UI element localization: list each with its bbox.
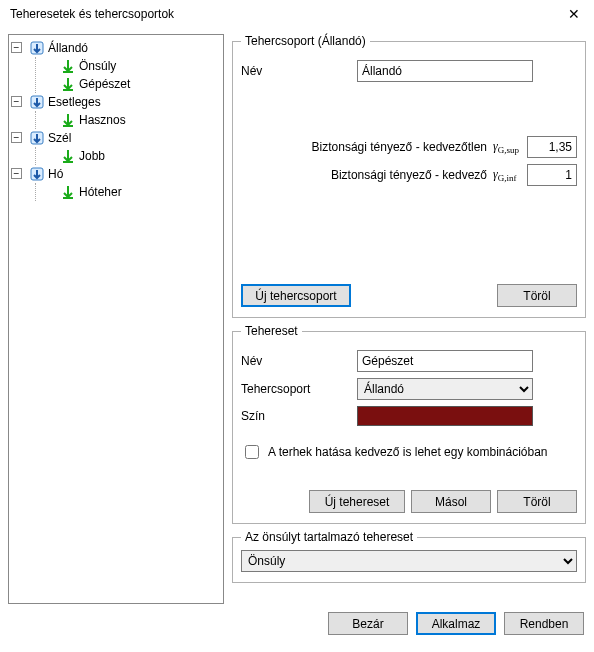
- group-legend: Tehercsoport (Állandó): [241, 34, 370, 48]
- tree-item[interactable]: Önsúly: [42, 57, 221, 75]
- ok-button[interactable]: Rendben: [504, 612, 584, 635]
- gamma-sup-label: Biztonsági tényező - kedvezőtlen: [241, 140, 493, 154]
- gamma-inf-label: Biztonsági tényező - kedvező: [241, 168, 493, 182]
- gamma-sup-symbol: γG,sup: [493, 139, 527, 155]
- tree-item[interactable]: Hasznos: [42, 111, 221, 129]
- arrow-down-group-icon: [29, 94, 45, 110]
- expand-toggle[interactable]: −: [11, 42, 22, 53]
- dialog-footer: Bezár Alkalmaz Rendben: [0, 612, 594, 643]
- delete-case-button[interactable]: Töröl: [497, 490, 577, 513]
- selfweight-fieldset: Az önsúlyt tartalmazó tehereset ÖnsúlyGé…: [232, 530, 586, 583]
- tree-group[interactable]: −ÁllandóÖnsúlyGépészet: [11, 39, 221, 93]
- expand-toggle[interactable]: −: [11, 132, 22, 143]
- tree-panel: −ÁllandóÖnsúlyGépészet−EsetlegesHasznos−…: [8, 34, 224, 604]
- case-group-select[interactable]: ÁllandóEsetlegesSzélHó: [357, 378, 533, 400]
- case-color-swatch[interactable]: [357, 406, 533, 426]
- close-dialog-button[interactable]: Bezár: [328, 612, 408, 635]
- selfweight-legend: Az önsúlyt tartalmazó tehereset: [241, 530, 417, 544]
- tree-item[interactable]: Gépészet: [42, 75, 221, 93]
- tree-item-label: Önsúly: [79, 59, 116, 73]
- arrow-down-group-icon: [29, 166, 45, 182]
- arrow-down-group-icon: [29, 40, 45, 56]
- tree-item-label: Hóteher: [79, 185, 122, 199]
- arrow-down-load-icon: [60, 148, 76, 164]
- new-case-button[interactable]: Új tehereset: [309, 490, 405, 513]
- arrow-down-load-icon: [60, 184, 76, 200]
- favorable-checkbox[interactable]: [245, 445, 259, 459]
- new-group-button[interactable]: Új tehercsoport: [241, 284, 351, 307]
- tree-item-label: Jobb: [79, 149, 105, 163]
- group-name-label: Név: [241, 64, 357, 78]
- arrow-down-load-icon: [60, 112, 76, 128]
- window-title: Teheresetek és tehercsoportok: [10, 7, 554, 21]
- tree-group-label: Szél: [48, 131, 71, 145]
- tree-group[interactable]: −EsetlegesHasznos: [11, 93, 221, 129]
- apply-button[interactable]: Alkalmaz: [416, 612, 496, 635]
- case-name-input[interactable]: [357, 350, 533, 372]
- group-name-input[interactable]: [357, 60, 533, 82]
- arrow-down-group-icon: [29, 130, 45, 146]
- tree-group-label: Állandó: [48, 41, 88, 55]
- tree-item[interactable]: Hóteher: [42, 183, 221, 201]
- copy-case-button[interactable]: Másol: [411, 490, 491, 513]
- case-name-label: Név: [241, 354, 357, 368]
- case-color-label: Szín: [241, 409, 357, 423]
- tree-item-label: Gépészet: [79, 77, 130, 91]
- close-button[interactable]: ✕: [554, 0, 594, 28]
- group-fieldset: Tehercsoport (Állandó) Név Biztonsági té…: [232, 34, 586, 318]
- arrow-down-load-icon: [60, 76, 76, 92]
- tree-group[interactable]: −HóHóteher: [11, 165, 221, 201]
- gamma-inf-symbol: γG,inf: [493, 167, 527, 183]
- case-fieldset: Tehereset Név Tehercsoport ÁllandóEsetle…: [232, 324, 586, 524]
- tree-group-label: Hó: [48, 167, 63, 181]
- delete-group-button[interactable]: Töröl: [497, 284, 577, 307]
- tree-item[interactable]: Jobb: [42, 147, 221, 165]
- expand-toggle[interactable]: −: [11, 96, 22, 107]
- load-tree[interactable]: −ÁllandóÖnsúlyGépészet−EsetlegesHasznos−…: [11, 39, 221, 201]
- tree-group[interactable]: −SzélJobb: [11, 129, 221, 165]
- case-legend: Tehereset: [241, 324, 302, 338]
- selfweight-select[interactable]: ÖnsúlyGépészetHasznosJobbHóteher: [241, 550, 577, 572]
- tree-item-label: Hasznos: [79, 113, 126, 127]
- tree-group-label: Esetleges: [48, 95, 101, 109]
- favorable-label: A terhek hatása kedvező is lehet egy kom…: [268, 445, 548, 459]
- expand-toggle[interactable]: −: [11, 168, 22, 179]
- arrow-down-load-icon: [60, 58, 76, 74]
- gamma-sup-input[interactable]: [527, 136, 577, 158]
- case-group-label: Tehercsoport: [241, 382, 357, 396]
- titlebar: Teheresetek és tehercsoportok ✕: [0, 0, 594, 28]
- gamma-inf-input[interactable]: [527, 164, 577, 186]
